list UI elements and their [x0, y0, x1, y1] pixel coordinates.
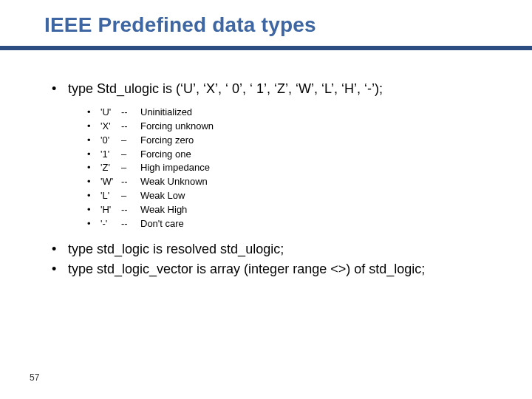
value-desc: Forcing unknown: [140, 120, 214, 134]
slide: IEEE Predefined data types • type Std_ul…: [0, 0, 532, 399]
slide-body: • type Std_ulogic is (‘U’, ‘X’, ‘ 0’, ‘ …: [52, 81, 502, 286]
value-sep: --: [121, 120, 140, 134]
bullet-icon: •: [87, 217, 100, 231]
list-item: • 'U' -- Uninitialized: [87, 106, 502, 120]
value-code: 'U': [100, 106, 121, 120]
bullet-icon: •: [52, 81, 68, 97]
value-code: 'H': [100, 203, 121, 217]
list-item: • '1' – Forcing one: [87, 148, 502, 162]
list-item: • 'X' -- Forcing unknown: [87, 120, 502, 134]
value-code: 'L': [100, 189, 121, 203]
slide-title: IEEE Predefined data types: [44, 13, 316, 37]
bullet-icon: •: [87, 134, 100, 148]
bullet-main-1-text: type Std_ulogic is (‘U’, ‘X’, ‘ 0’, ‘ 1’…: [68, 81, 383, 97]
value-desc: Weak Unknown: [140, 175, 208, 189]
value-sep: –: [121, 148, 140, 162]
value-sep: --: [121, 217, 140, 231]
bullet-icon: •: [87, 203, 100, 217]
list-item: • 'H' -- Weak High: [87, 203, 502, 217]
bullet-icon: •: [87, 175, 100, 189]
bullet-main-2-text: type std_logic is resolved std_ulogic;: [68, 242, 284, 257]
bullet-main-2: • type std_logic is resolved std_ulogic;: [52, 242, 502, 257]
list-item: • 'W' -- Weak Unknown: [87, 175, 502, 189]
value-code: '1': [100, 148, 121, 162]
value-desc: High impedance: [140, 161, 210, 175]
value-desc: Weak High: [140, 203, 187, 217]
value-desc: Forcing one: [140, 148, 191, 162]
bullet-icon: •: [87, 161, 100, 175]
bullet-main-3-text: type std_logic_vector is array (integer …: [68, 262, 425, 277]
value-sep: –: [121, 161, 140, 175]
value-sep: –: [121, 134, 140, 148]
value-code: 'X': [100, 120, 121, 134]
value-desc: Uninitialized: [140, 106, 192, 120]
list-item: • 'L' – Weak Low: [87, 189, 502, 203]
bullet-icon: •: [52, 262, 68, 277]
list-item: • 'Z' – High impedance: [87, 161, 502, 175]
value-desc: Forcing zero: [140, 134, 194, 148]
bullet-icon: •: [87, 189, 100, 203]
bullet-icon: •: [52, 242, 68, 257]
value-code: '-': [100, 217, 121, 231]
value-sep: --: [121, 203, 140, 217]
bullet-main-1: • type Std_ulogic is (‘U’, ‘X’, ‘ 0’, ‘ …: [52, 81, 502, 97]
page-number: 57: [30, 372, 39, 383]
list-item: • '0' – Forcing zero: [87, 134, 502, 148]
bullet-main-3: • type std_logic_vector is array (intege…: [52, 262, 502, 277]
value-code: 'Z': [100, 161, 121, 175]
title-underline: [0, 46, 532, 50]
bullet-icon: •: [87, 120, 100, 134]
bullet-icon: •: [87, 148, 100, 162]
value-desc: Don't care: [140, 217, 184, 231]
value-desc: Weak Low: [140, 189, 185, 203]
list-item: • '-' -- Don't care: [87, 217, 502, 231]
value-code: '0': [100, 134, 121, 148]
value-sep: --: [121, 106, 140, 120]
bullet-icon: •: [87, 106, 100, 120]
value-code: 'W': [100, 175, 121, 189]
value-sep: --: [121, 175, 140, 189]
std-ulogic-values-list: • 'U' -- Uninitialized • 'X' -- Forcing …: [87, 106, 502, 231]
value-sep: –: [121, 189, 140, 203]
